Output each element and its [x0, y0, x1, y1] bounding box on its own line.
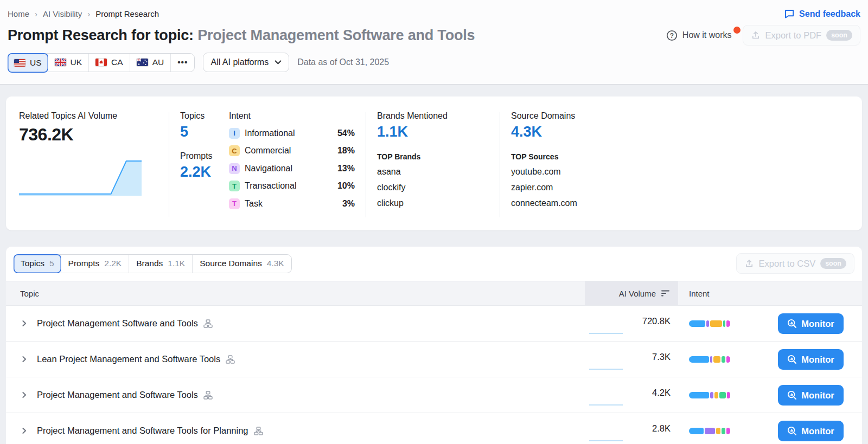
- monitor-button[interactable]: Monitor: [778, 349, 844, 370]
- view-tabs: Topics5 Prompts2.2K Brands1.1K Source Do…: [14, 254, 292, 273]
- tab-topics[interactable]: Topics5: [14, 254, 61, 273]
- topic-link[interactable]: Project Management Software and Tools: [37, 318, 198, 329]
- intent-pct: 3%: [342, 199, 355, 209]
- send-feedback-label: Send feedback: [799, 9, 860, 19]
- ai-volume-cell: 720.8K: [585, 306, 678, 341]
- ai-volume-value: 7.3K: [652, 352, 671, 362]
- tab-count: 1.1K: [168, 259, 185, 268]
- divider: [500, 112, 500, 217]
- tab-brands[interactable]: Brands1.1K: [129, 255, 192, 273]
- prompts-value: 2.2K: [180, 164, 229, 181]
- brands-section: Brands Mentioned 1.1K TOP Brands asana c…: [377, 111, 489, 230]
- intent-name: Informational: [245, 128, 295, 138]
- country-tab-label: UK: [71, 57, 82, 67]
- intent-row-transactional: T Transactional 10%: [229, 181, 355, 191]
- sort-descending-icon: [661, 289, 671, 297]
- monitor-button[interactable]: Monitor: [778, 385, 844, 406]
- sitemap-icon: [203, 319, 213, 328]
- tab-source-domains[interactable]: Source Domains4.3K: [192, 255, 291, 273]
- send-feedback-link[interactable]: Send feedback: [784, 9, 860, 19]
- ai-volume-value: 720.8K: [642, 316, 671, 326]
- intent-segment-transactional: [723, 320, 725, 327]
- how-it-works-link[interactable]: ? How it works: [666, 30, 732, 41]
- intent-label: Intent: [229, 111, 355, 121]
- sources-section: Source Domains 4.3K TOP Sources youtube.…: [511, 111, 636, 230]
- country-tab-label: US: [30, 58, 42, 68]
- intent-name: Navigational: [245, 164, 292, 173]
- country-tab-us[interactable]: US: [8, 53, 48, 73]
- ai-volume-cell: 2.8K: [585, 413, 678, 444]
- divider: [169, 112, 169, 217]
- intent-segment-transactional: [722, 356, 725, 363]
- intent-name: Task: [245, 199, 263, 209]
- intent-pct: 13%: [337, 164, 355, 173]
- topic-column-header[interactable]: Topic: [6, 289, 39, 298]
- ca-flag-icon: [95, 59, 107, 66]
- brands-value: 1.1K: [377, 124, 489, 140]
- page-title: Prompt Research for topic: Project Manag…: [8, 27, 475, 44]
- intent-pct: 10%: [337, 181, 355, 191]
- ai-volume-value: 4.2K: [652, 388, 671, 398]
- tab-prompts[interactable]: Prompts2.2K: [61, 255, 129, 273]
- top-brand-item: clockify: [377, 183, 489, 192]
- breadcrumb-home[interactable]: Home: [8, 9, 29, 18]
- divider: [366, 112, 366, 217]
- tab-count: 2.2K: [104, 259, 122, 268]
- svg-text:?: ?: [670, 31, 674, 39]
- results-panel: Topics5 Prompts2.2K Brands1.1K Source Do…: [6, 247, 862, 444]
- intent-pct: 18%: [337, 146, 355, 156]
- expand-row-button[interactable]: [20, 319, 28, 327]
- intent-row-commercial: C Commercial 18%: [229, 145, 355, 156]
- intent-row-informational: I Informational 54%: [229, 128, 355, 139]
- related-volume-section: Related Topics AI Volume 736.2K: [19, 111, 158, 230]
- intent-row-task: T Task 3%: [229, 198, 355, 209]
- expand-row-button[interactable]: [20, 355, 28, 363]
- chevron-right-icon: [20, 427, 28, 435]
- sitemap-icon: [226, 355, 235, 364]
- monitor-button[interactable]: Monitor: [778, 421, 844, 441]
- monitor-button[interactable]: Monitor: [778, 313, 844, 334]
- us-flag-icon: [14, 59, 25, 67]
- country-tab-au[interactable]: AU: [130, 54, 171, 72]
- more-countries-button[interactable]: •••: [170, 54, 194, 72]
- topic-link[interactable]: Project Management and Software Tools: [37, 390, 198, 400]
- export-csv-button[interactable]: Export to CSV soon: [736, 253, 854, 274]
- intent-column-header[interactable]: Intent: [689, 289, 710, 298]
- page-title-topic: Project Management Software and Tools: [197, 27, 475, 43]
- intent-segment-navigational: [710, 392, 713, 398]
- ellipsis-icon: •••: [177, 57, 188, 67]
- ai-platform-select[interactable]: All AI platforms: [203, 53, 289, 72]
- ai-volume-cell: 7.3K: [585, 342, 678, 377]
- breadcrumb-ai-visibility[interactable]: AI Visibility: [43, 9, 82, 18]
- topic-link[interactable]: Lean Project Management and Software Too…: [37, 354, 220, 364]
- sources-value: 4.3K: [511, 124, 636, 140]
- intent-distribution-bar: [689, 356, 730, 363]
- intent-segment-commercial: [716, 428, 720, 434]
- related-volume-label: Related Topics AI Volume: [19, 111, 158, 121]
- ai-volume-column-header[interactable]: AI Volume: [585, 281, 678, 305]
- expand-row-button[interactable]: [20, 391, 28, 399]
- data-as-of-label: Data as of Oct 31, 2025: [297, 57, 389, 67]
- informational-intent-icon: I: [229, 128, 240, 139]
- export-pdf-button[interactable]: Export to PDF soon: [743, 25, 860, 46]
- country-tab-uk[interactable]: UK: [48, 54, 89, 72]
- monitor-magnifier-icon: [787, 426, 797, 436]
- country-tab-ca[interactable]: CA: [88, 54, 130, 72]
- breadcrumb-separator-icon: ›: [35, 9, 37, 18]
- intent-distribution-bar: [689, 320, 730, 327]
- expand-row-button[interactable]: [20, 427, 28, 435]
- top-sources-label: TOP Sources: [511, 152, 636, 161]
- country-tab-label: CA: [111, 57, 123, 67]
- au-flag-icon: [137, 59, 148, 66]
- chevron-right-icon: [20, 391, 28, 399]
- chevron-right-icon: [20, 355, 28, 363]
- topic-link[interactable]: Project Management and Software Tools fo…: [37, 426, 248, 436]
- ai-platform-selected-value: All AI platforms: [210, 57, 269, 67]
- monitor-magnifier-icon: [787, 355, 797, 364]
- tab-count: 5: [49, 259, 54, 268]
- intent-segment-informational: [689, 356, 709, 363]
- prompts-label: Prompts: [180, 151, 229, 161]
- brands-label: Brands Mentioned: [377, 111, 489, 121]
- table-row: Project Management and Software Tools 4.…: [6, 377, 862, 413]
- intent-section: Intent I Informational 54% C Commercial …: [229, 111, 355, 230]
